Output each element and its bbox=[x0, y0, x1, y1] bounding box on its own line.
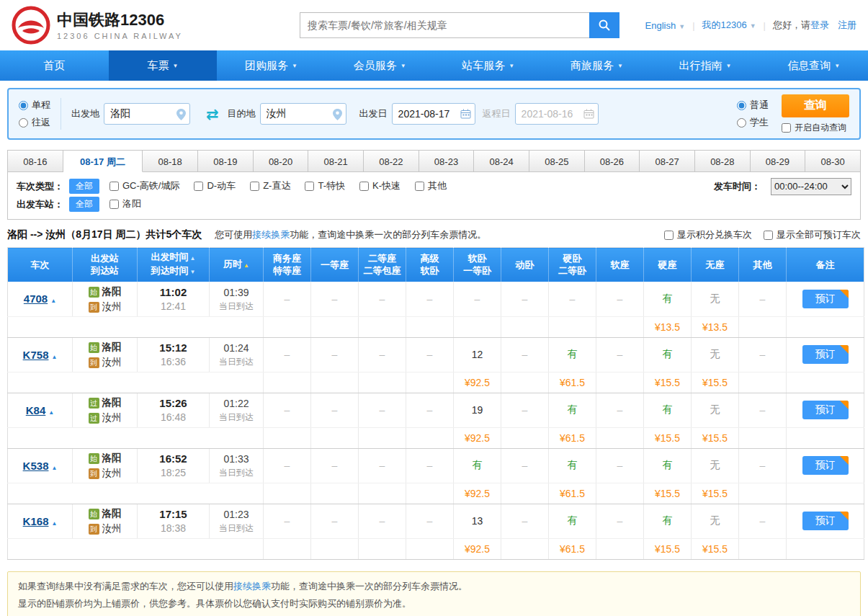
my-12306-menu[interactable]: 我的12306▼ bbox=[702, 19, 756, 32]
book-button[interactable]: 预订 bbox=[802, 401, 849, 419]
train-type-filter-5[interactable]: 其他 bbox=[415, 179, 447, 192]
date-tab-08-16[interactable]: 08-16 bbox=[7, 150, 63, 172]
date-tab-08-23[interactable]: 08-23 bbox=[419, 150, 475, 172]
date-tab-08-26[interactable]: 08-26 bbox=[585, 150, 640, 172]
normal-passenger-radio[interactable]: 普通 bbox=[737, 99, 769, 112]
radio[interactable] bbox=[737, 101, 746, 110]
train-number-link[interactable]: K758 bbox=[23, 349, 49, 361]
date-tab-08-17[interactable]: 08-17 周二 bbox=[63, 150, 143, 172]
nav-item-business-travel[interactable]: 商旅服务▼ bbox=[542, 50, 651, 81]
book-button[interactable]: 预订 bbox=[802, 456, 849, 475]
price-lead-cell bbox=[8, 427, 264, 448]
expand-caret-icon[interactable]: ▲ bbox=[48, 409, 54, 416]
login-link[interactable]: 登录 bbox=[810, 19, 829, 32]
checkbox[interactable] bbox=[109, 182, 119, 191]
return-date-input[interactable] bbox=[515, 103, 599, 125]
train-type-filter-0[interactable]: GC-高铁/城际 bbox=[109, 179, 179, 192]
to-station-input[interactable] bbox=[260, 103, 346, 125]
nav-item-info-query[interactable]: 信息查询▼ bbox=[759, 50, 868, 81]
date-tab-08-27[interactable]: 08-27 bbox=[640, 150, 695, 172]
round-trip-radio[interactable]: 往返 bbox=[19, 116, 50, 129]
price-cell: ¥15.5 bbox=[644, 372, 692, 393]
date-tab-08-19[interactable]: 08-19 bbox=[198, 150, 254, 172]
depart-station-all-badge[interactable]: 全部 bbox=[69, 197, 99, 212]
book-button[interactable]: 预订 bbox=[802, 345, 849, 364]
register-link[interactable]: 注册 bbox=[838, 19, 856, 32]
sort-desc-icon[interactable]: ▼ bbox=[190, 269, 196, 275]
from-station-input[interactable] bbox=[104, 103, 190, 125]
expand-caret-icon[interactable]: ▲ bbox=[50, 298, 56, 304]
nav-item-member-service[interactable]: 会员服务▼ bbox=[326, 50, 434, 81]
language-select[interactable]: English▼ bbox=[645, 20, 686, 31]
price-cell: ¥13.5 bbox=[644, 316, 692, 337]
checkbox[interactable] bbox=[764, 231, 773, 240]
transfer-link[interactable]: 接续换乘 bbox=[252, 229, 290, 240]
price-cell bbox=[596, 538, 644, 559]
station-badge-icon: 过 bbox=[89, 413, 99, 424]
train-type-filter-3[interactable]: T-特快 bbox=[305, 179, 345, 192]
nav-item-home[interactable]: 首页 bbox=[0, 50, 109, 81]
student-passenger-radio[interactable]: 学生 bbox=[737, 116, 769, 129]
price-cell: ¥92.5 bbox=[454, 372, 501, 393]
train-type-filter-2[interactable]: Z-直达 bbox=[250, 179, 290, 192]
expand-caret-icon[interactable]: ▲ bbox=[51, 354, 57, 360]
depart-time-select[interactable]: 00:00--24:00 bbox=[771, 178, 851, 195]
nav-item-station-service[interactable]: 站车服务▼ bbox=[434, 50, 543, 81]
transfer-link[interactable]: 接续换乘 bbox=[233, 581, 271, 592]
column-header-2[interactable]: 出发时间▲到达时间▼ bbox=[138, 248, 210, 282]
query-button[interactable]: 查询 bbox=[782, 94, 849, 117]
date-tab-08-24[interactable]: 08-24 bbox=[474, 150, 529, 172]
checkbox[interactable] bbox=[305, 182, 314, 191]
one-way-radio[interactable]: 单程 bbox=[19, 99, 50, 112]
date-tab-08-28[interactable]: 08-28 bbox=[695, 150, 751, 172]
times-cell: 17:1518:38 bbox=[138, 504, 210, 538]
train-number-link[interactable]: K84 bbox=[26, 404, 46, 416]
checkbox[interactable] bbox=[359, 182, 369, 191]
sort-asc-icon[interactable]: ▲ bbox=[243, 262, 249, 269]
date-tab-08-18[interactable]: 08-18 bbox=[143, 150, 198, 172]
date-tab-08-30[interactable]: 08-30 bbox=[805, 150, 861, 172]
show-all-bookable-checkbox[interactable]: 显示全部可预订车次 bbox=[764, 228, 861, 241]
logo[interactable]: 中国铁路12306 12306 CHINA RAILWAY bbox=[12, 6, 249, 45]
show-points-checkbox[interactable]: 显示积分兑换车次 bbox=[664, 228, 752, 241]
depart-date-input[interactable] bbox=[392, 103, 475, 125]
date-tab-08-22[interactable]: 08-22 bbox=[364, 150, 419, 172]
book-button[interactable]: 预订 bbox=[802, 290, 849, 308]
seat-availability-cell: – bbox=[359, 504, 406, 538]
column-header-3[interactable]: 历时▲ bbox=[210, 248, 264, 282]
train-number-link[interactable]: K168 bbox=[23, 515, 49, 527]
search-button[interactable] bbox=[589, 12, 619, 38]
date-tab-08-29[interactable]: 08-29 bbox=[751, 150, 806, 172]
date-tab-08-20[interactable]: 08-20 bbox=[254, 150, 309, 172]
nav-item-group-service[interactable]: 团购服务▼ bbox=[217, 50, 326, 81]
expand-caret-icon[interactable]: ▲ bbox=[51, 465, 57, 471]
train-results-table: 车次出发站到达站出发时间▲到达时间▼历时▲商务座特等座一等座二等座二等包座高级软… bbox=[7, 247, 864, 560]
book-button[interactable]: 预订 bbox=[802, 512, 849, 530]
sort-asc-icon[interactable]: ▲ bbox=[190, 255, 196, 262]
date-tab-08-21[interactable]: 08-21 bbox=[308, 150, 364, 172]
checkbox[interactable] bbox=[194, 182, 203, 191]
swap-stations-button[interactable]: ⇄ bbox=[206, 107, 219, 122]
train-type-filter-1[interactable]: D-动车 bbox=[194, 179, 236, 192]
depart-station-filter-0[interactable]: 洛阳 bbox=[109, 197, 141, 210]
date-tab-08-25[interactable]: 08-25 bbox=[529, 150, 585, 172]
checkbox[interactable] bbox=[250, 182, 259, 191]
radio[interactable] bbox=[19, 118, 28, 128]
price-cell: ¥61.5 bbox=[549, 538, 596, 559]
checkbox[interactable] bbox=[782, 123, 791, 133]
nav-item-travel-guide[interactable]: 出行指南▼ bbox=[651, 50, 760, 81]
nav-item-tickets[interactable]: 车票▼ bbox=[109, 50, 218, 81]
duration-value: 01:22 bbox=[211, 396, 261, 411]
auto-query-checkbox[interactable]: 开启自动查询 bbox=[782, 122, 846, 134]
checkbox[interactable] bbox=[664, 231, 674, 240]
radio[interactable] bbox=[737, 118, 746, 128]
search-input[interactable] bbox=[300, 12, 589, 38]
train-type-filter-4[interactable]: K-快速 bbox=[359, 179, 401, 192]
train-type-all-badge[interactable]: 全部 bbox=[69, 179, 99, 194]
train-number-link[interactable]: 4708 bbox=[24, 293, 48, 305]
checkbox[interactable] bbox=[109, 200, 119, 209]
checkbox[interactable] bbox=[415, 182, 424, 191]
expand-caret-icon[interactable]: ▲ bbox=[51, 520, 57, 527]
train-number-link[interactable]: K538 bbox=[23, 460, 49, 472]
radio[interactable] bbox=[19, 101, 28, 110]
